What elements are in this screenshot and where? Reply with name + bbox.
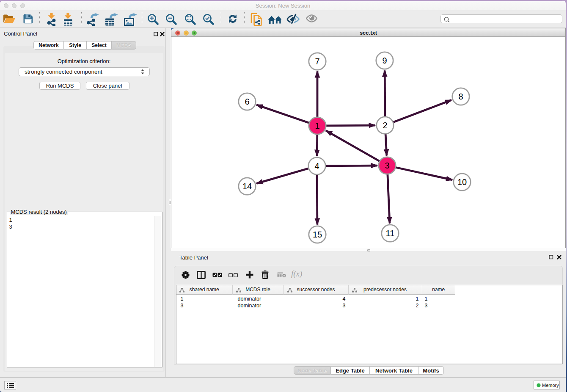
svg-text:6: 6 xyxy=(245,97,249,106)
svg-text:10: 10 xyxy=(457,177,467,187)
svg-text:7: 7 xyxy=(315,57,319,66)
svg-text:8: 8 xyxy=(458,92,463,101)
svg-text:11: 11 xyxy=(386,229,395,238)
svg-text:1: 1 xyxy=(315,121,319,130)
svg-text:9: 9 xyxy=(382,56,387,65)
svg-text:2: 2 xyxy=(383,121,387,130)
svg-text:14: 14 xyxy=(242,182,252,191)
svg-text:4: 4 xyxy=(314,161,319,171)
svg-text:3: 3 xyxy=(385,161,389,170)
svg-text:15: 15 xyxy=(313,230,322,239)
